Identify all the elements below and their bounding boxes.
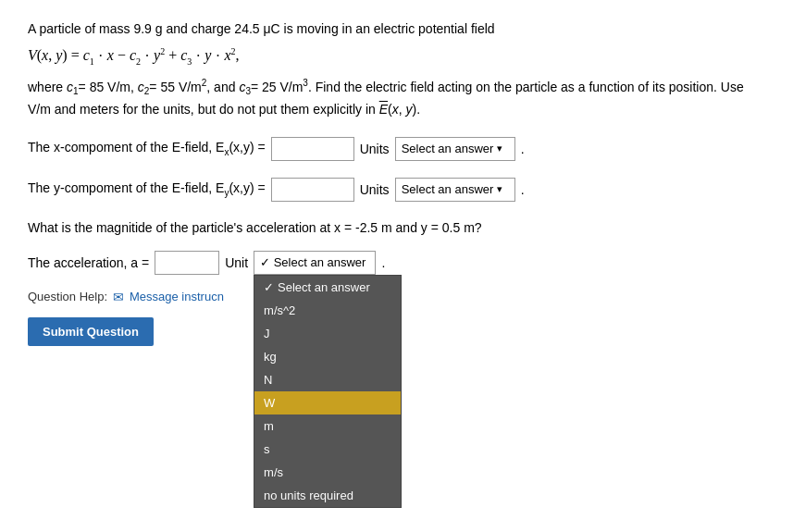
dropdown-item-ms[interactable]: m/s: [254, 461, 401, 484]
x-period: .: [521, 142, 525, 156]
constants-text: where c1= 85 V/m, c2= 55 V/m2, and c3= 2…: [28, 76, 765, 120]
unit-label: Unit: [225, 255, 248, 270]
x-chevron-icon: ▾: [497, 142, 502, 155]
y-field-input[interactable]: [271, 178, 354, 202]
dropdown-item-s[interactable]: s: [254, 438, 401, 461]
x-select-answer[interactable]: Select an answer ▾: [395, 137, 515, 161]
accel-period: .: [381, 255, 385, 270]
dropdown-item-ms2[interactable]: m/s^2: [254, 299, 401, 322]
accel-dropdown-container: ✓ Select an answer ✓ Select an answer m/…: [254, 251, 376, 275]
submit-button[interactable]: Submit Question: [28, 317, 154, 346]
mail-icon: ✉: [113, 290, 124, 304]
accel-row: The acceleration, a = Unit ✓ Select an a…: [28, 251, 765, 275]
dropdown-item-n[interactable]: N: [254, 368, 401, 391]
dropdown-item-kg[interactable]: kg: [254, 345, 401, 368]
y-chevron-icon: ▾: [497, 183, 502, 195]
x-field-input[interactable]: [271, 137, 354, 161]
x-subscript: x: [224, 147, 229, 157]
help-label: Question Help:: [28, 290, 107, 303]
x-field-label: The x-compoment of the E-field, Ex(x,y) …: [28, 140, 266, 157]
y-select-text: Select an answer: [402, 182, 494, 196]
dropdown-menu: ✓ Select an answer m/s^2 J kg N W m s m/…: [254, 275, 402, 508]
x-field-row: The x-compoment of the E-field, Ex(x,y) …: [28, 137, 765, 161]
dropdown-header-text: Select an answer: [278, 280, 370, 294]
accel-select-answer[interactable]: ✓ Select an answer: [254, 251, 376, 275]
units-label-x: Units: [360, 142, 390, 156]
y-select-answer[interactable]: Select an answer ▾: [395, 178, 515, 202]
dropdown-item-select[interactable]: ✓ Select an answer: [254, 276, 401, 299]
dropdown-item-m[interactable]: m: [254, 414, 401, 438]
units-label-y: Units: [360, 182, 390, 197]
accel-input[interactable]: [155, 251, 219, 275]
check-icon: ✓: [264, 280, 274, 294]
problem-intro: A particle of mass 9.9 g and charge 24.5…: [28, 19, 765, 39]
message-link[interactable]: Message instrucn: [130, 290, 224, 303]
dropdown-item-w[interactable]: W: [254, 391, 401, 414]
accel-question: What is the magnitide of the particle's …: [28, 218, 765, 238]
y-subscript: y: [224, 188, 229, 198]
y-field-row: The y-compoment of the E-field, Ey(x,y) …: [28, 178, 765, 202]
formula-display: V(x, y) = c1 · x − c2 · y2 + c3 · y · x2…: [28, 46, 765, 67]
accel-label: The acceleration, a =: [28, 255, 149, 270]
accel-select-text: ✓ Select an answer: [260, 255, 366, 269]
x-select-text: Select an answer: [402, 142, 494, 155]
y-period: .: [521, 182, 525, 197]
dropdown-item-j[interactable]: J: [254, 322, 401, 345]
dropdown-item-no-units[interactable]: no units required: [254, 484, 401, 507]
y-field-label: The y-compoment of the E-field, Ey(x,y) …: [28, 180, 266, 198]
